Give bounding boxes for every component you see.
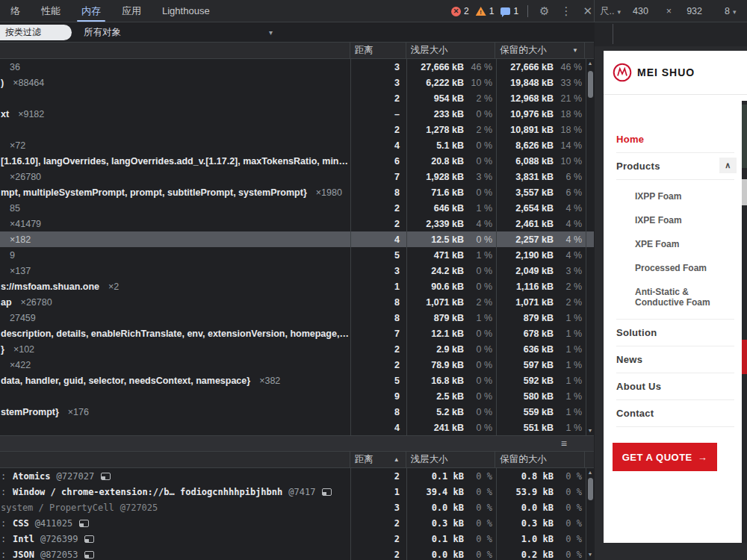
heap-row[interactable]: [1.16.10], langOverrides, langOverrides.… <box>0 153 594 169</box>
distance-value: 2 <box>351 341 407 357</box>
tab-络[interactable]: 络 <box>0 0 31 22</box>
reveal-icon[interactable] <box>84 551 94 559</box>
size-value: 678 kB <box>524 329 554 339</box>
device-height-field[interactable]: 932 <box>686 6 702 16</box>
shallow-size-column-header[interactable]: 浅层大小 <box>406 452 496 467</box>
size-value: 2,654 kB <box>515 203 554 214</box>
retained-size-column-header[interactable]: 保留的大小 <box>495 452 585 467</box>
scroll-up-icon[interactable]: ▲ <box>586 470 594 475</box>
heap-row[interactable]: ×182412.5 kB0 %2,257 kB4 % <box>0 231 594 247</box>
tab-应用[interactable]: 应用 <box>111 0 152 22</box>
heap-row[interactable]: ×4147922,339 kB4 %2,461 kB4 % <box>0 216 594 231</box>
nav-item-contact[interactable]: Contact <box>616 400 734 427</box>
heap-row[interactable]: 36327,666 kB46 %27,666 kB46 % <box>0 59 594 75</box>
shallow-size-column-header[interactable]: 浅层大小 <box>406 43 496 58</box>
retainer-row[interactable]: :CSS@41102520.3 kB0 %0.3 kB0 % <box>0 515 594 531</box>
retainer-row[interactable]: :Window / chrome-extension://b… fodiogcn… <box>0 484 594 500</box>
size-value: 471 kB <box>434 250 464 261</box>
message-count: 1 <box>513 6 518 16</box>
heap-row[interactable]: stemPrompt}×17685.2 kB0 %559 kB1 % <box>0 404 594 420</box>
retainer-row[interactable]: :JSON@87205320.0 kB0 %0.2 kB0 % <box>0 547 594 560</box>
distance-value: 8 <box>351 184 407 200</box>
heap-row[interactable]: ×422278.9 kB0 %597 kB1 % <box>0 357 594 373</box>
size-percent: 0 % <box>554 518 582 529</box>
scroll-down-icon[interactable]: ▼ <box>586 552 594 557</box>
heap-row[interactable]: 95471 kB1 %2,190 kB4 % <box>0 247 594 263</box>
retainer-row[interactable]: system / PropertyCell@72702530.0 kB0 %0.… <box>0 500 594 515</box>
heap-row[interactable]: 92.5 kB0 %580 kB1 % <box>0 388 594 404</box>
settings-gear-icon[interactable]: ⚙ <box>537 0 551 22</box>
device-width-field[interactable]: 430 <box>633 6 648 16</box>
subnav-item-ixpe-foam[interactable]: IXPE Foam <box>616 208 734 232</box>
scrollbar-thumb[interactable] <box>588 478 593 500</box>
nav-item-news[interactable]: News <box>616 346 734 373</box>
retainer-row[interactable]: :Intl@72639920.1 kB0 %1.0 kB0 % <box>0 531 594 547</box>
error-badge[interactable]: ✕ 2 <box>451 6 469 16</box>
heap-row[interactable]: 4241 kB0 %551 kB1 % <box>0 420 594 435</box>
heap-row[interactable]: s://msfoam.shuan.one×2190.6 kB0 %1,116 k… <box>0 279 594 294</box>
nav-item-home[interactable]: Home <box>616 126 734 153</box>
heap-row[interactable]: ×137324.2 kB0 %2,049 kB3 % <box>0 263 594 279</box>
distance-column-header[interactable]: 距离 <box>350 43 406 58</box>
reveal-icon[interactable] <box>101 473 111 480</box>
heap-row[interactable]: description, details, enableRichTranslat… <box>0 326 594 341</box>
tab-性能[interactable]: 性能 <box>31 0 71 22</box>
subnav-item-ixpp-foam[interactable]: IXPP Foam <box>616 184 734 208</box>
constructor-column-header[interactable] <box>0 43 350 58</box>
device-size-dropdown[interactable]: 尺..▾ <box>600 5 621 18</box>
reveal-icon[interactable] <box>79 520 89 527</box>
distance-value: – <box>351 106 407 122</box>
heap-row[interactable]: ×2678071,928 kB3 %3,831 kB6 % <box>0 169 594 184</box>
heap-row[interactable]: }×10222.9 kB0 %636 kB1 % <box>0 341 594 357</box>
message-badge[interactable]: 1 <box>500 6 518 16</box>
heap-row[interactable]: 2954 kB2 %12,968 kB21 % <box>0 90 594 106</box>
scroll-down-icon[interactable]: ▼ <box>586 428 594 433</box>
meishuo-logo-icon[interactable] <box>613 63 632 82</box>
panel-splitter[interactable]: ≡ <box>0 435 594 452</box>
warning-count: 1 <box>489 6 495 16</box>
distance-column-header[interactable]: 距离▲ <box>350 452 406 467</box>
devtools-actions: ✕ 2 ! 1 1 ⚙ ⋮ ✕ <box>451 0 595 22</box>
heap-row[interactable]: ap×2678081,071 kB2 %1,071 kB2 % <box>0 294 594 310</box>
class-filter-input[interactable]: 按类过滤 <box>0 25 72 40</box>
tab-内存[interactable]: 内存 <box>71 0 111 22</box>
nav-item-about-us[interactable]: About Us <box>616 373 734 400</box>
grip-icon[interactable]: ≡ <box>561 436 567 452</box>
size-percent: 0 % <box>464 156 492 167</box>
nav-rest: SolutionNewsAbout UsContact <box>616 320 734 427</box>
reveal-icon[interactable] <box>322 488 332 496</box>
subnav-item-xpe-foam[interactable]: XPE Foam <box>616 232 734 256</box>
device-zoom-dropdown[interactable]: 8▾ <box>725 6 736 16</box>
objects-dropdown[interactable]: 所有对象 <box>84 22 121 43</box>
retainer-row[interactable]: :Atomics@72702720.1 kB0 %0.8 kB0 % <box>0 468 594 484</box>
nav-item-products[interactable]: Products ∧ <box>616 153 734 180</box>
distance-value: 3 <box>351 263 407 279</box>
reveal-icon[interactable] <box>84 535 94 543</box>
heap-row[interactable]: ×7245.1 kB0 %8,626 kB14 % <box>0 137 594 153</box>
object-column-header[interactable] <box>0 452 350 467</box>
scroll-up-icon[interactable]: ▲ <box>586 60 594 66</box>
close-devtools-icon[interactable]: ✕ <box>581 0 595 22</box>
get-a-quote-button[interactable]: GET A QUOTE→ <box>613 443 717 471</box>
chevron-down-icon[interactable]: ▾ <box>269 22 273 43</box>
scrollbar-thumb[interactable] <box>588 71 593 98</box>
heap-row[interactable]: 852646 kB1 %2,654 kB4 % <box>0 200 594 216</box>
kebab-menu-icon[interactable]: ⋮ <box>559 0 574 22</box>
heap-row[interactable]: mpt, multipleSystemPrompt, prompt, subti… <box>0 184 594 200</box>
size-percent: 1 % <box>554 329 582 339</box>
collapse-products-button[interactable]: ∧ <box>719 158 737 173</box>
heap-row[interactable]: )×8846436,222 kB10 %19,848 kB33 % <box>0 75 594 90</box>
heap-row[interactable]: 274598879 kB1 %879 kB1 % <box>0 310 594 326</box>
nav-item-solution[interactable]: Solution <box>616 320 734 346</box>
heap-row[interactable]: 21,278 kB2 %10,891 kB18 % <box>0 122 594 137</box>
heap-row[interactable]: xt×9182–233 kB0 %10,976 kB18 % <box>0 106 594 122</box>
size-percent: 0 % <box>554 471 582 482</box>
heap-row[interactable]: data, handler, guid, selector, needsCont… <box>0 373 594 388</box>
size-value: 5.1 kB <box>436 140 464 151</box>
retained-size-column-header[interactable]: 保留的大小▼ <box>495 43 585 58</box>
subnav-item-processed-foam[interactable]: Processed Foam <box>616 256 734 280</box>
tab-Lighthouse[interactable]: Lighthouse <box>152 0 220 22</box>
warning-badge[interactable]: ! 1 <box>476 6 495 16</box>
instance-count: 85 <box>10 203 20 214</box>
subnav-item-anti-static-conductive-foam[interactable]: Anti-Static & Conductive Foam <box>616 280 734 314</box>
